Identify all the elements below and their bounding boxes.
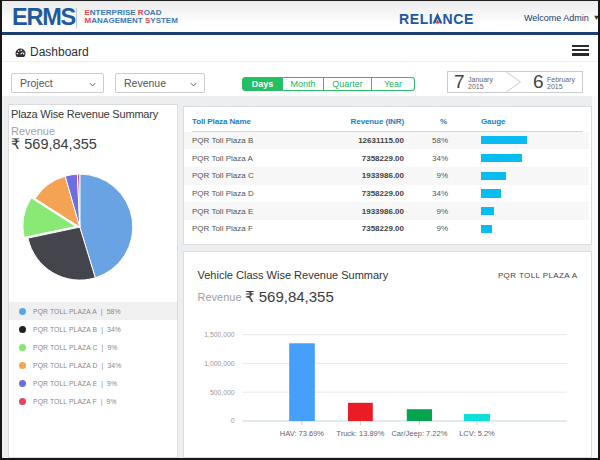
svg-text:1,000,000: 1,000,000 xyxy=(204,360,234,367)
svg-text:HAV: 73.69%: HAV: 73.69% xyxy=(280,429,325,438)
svg-text:NCE: NCE xyxy=(443,10,474,26)
svg-text:RELI: RELI xyxy=(399,10,433,26)
svg-text:500,000: 500,000 xyxy=(210,389,235,396)
svg-text:Car/Jeep: 7.22%: Car/Jeep: 7.22% xyxy=(391,429,447,438)
svg-text:0: 0 xyxy=(231,417,235,424)
svg-text:LCV: 5.2%: LCV: 5.2% xyxy=(459,429,495,438)
svg-text:1,500,000: 1,500,000 xyxy=(204,331,234,338)
svg-text:Truck: 13.89%: Truck: 13.89% xyxy=(336,429,384,438)
